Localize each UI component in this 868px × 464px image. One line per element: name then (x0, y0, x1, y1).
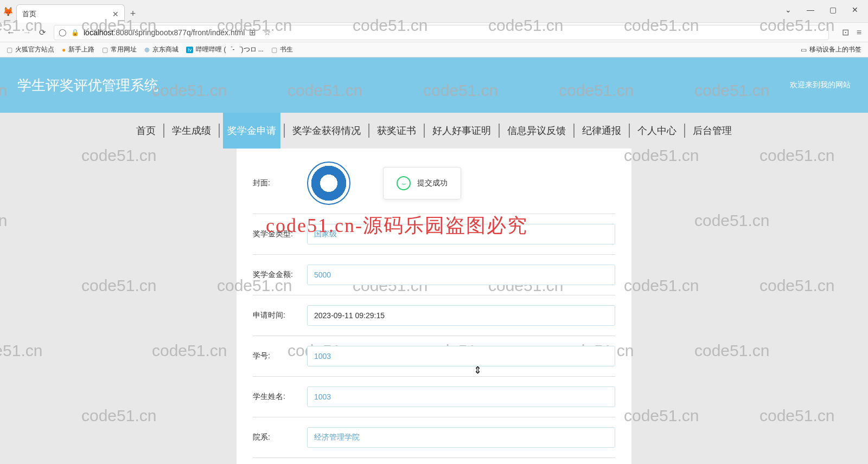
nav-separator (573, 124, 575, 138)
shield-icon: ◯ (59, 28, 67, 36)
address-row: ← → ⟳ ◯ 🔒 localhost:8080/springbootx877q… (0, 23, 868, 42)
sid-input[interactable] (307, 346, 615, 366)
mobile-bookmarks[interactable]: ▭移动设备上的书签 (801, 45, 861, 54)
success-toast: ⌣ 提交成功 (383, 167, 461, 199)
back-icon[interactable]: ← (7, 28, 15, 37)
welcome-text: 欢迎来到我的网站 (790, 80, 851, 90)
dropdown-icon[interactable]: ⌄ (785, 5, 792, 14)
nav-separator (684, 124, 685, 138)
browser-tab-bar: 🦊 首页 ✕ + ⌄ — ▢ ✕ (0, 0, 868, 23)
form-panel: 封面: ⌣ 提交成功 奖学金类型: 奖学金金额: 申请时间: 学号: (237, 149, 631, 464)
reload-icon[interactable]: ⟳ (39, 28, 46, 37)
nav-separator (629, 124, 630, 138)
new-tab-button[interactable]: + (125, 4, 141, 23)
text-cursor-icon: ⇕ (474, 364, 482, 376)
type-label: 奖学金类型: (253, 229, 307, 239)
address-bar[interactable]: ◯ 🔒 localhost:8080/springbootx877q/front… (54, 25, 829, 40)
close-icon[interactable]: ✕ (852, 5, 858, 14)
bookmark-star-icon[interactable]: ☆ (264, 28, 271, 37)
nav-separator (368, 124, 369, 138)
bookmark-item[interactable]: ⊕京东商城 (144, 45, 178, 54)
tab-title: 首页 (22, 9, 36, 19)
qr-icon[interactable]: ⊞ (249, 28, 256, 37)
form-row-amount: 奖学金金额: (253, 255, 615, 295)
nav-item[interactable]: 纪律通报 (578, 113, 626, 149)
sname-input[interactable] (307, 386, 615, 407)
cover-image[interactable] (307, 162, 350, 205)
folder-icon: ▢ (102, 46, 108, 54)
form-row-sname: 学生姓名: (253, 377, 615, 417)
nav-item[interactable]: 首页 (132, 113, 160, 149)
firefox-icon: 🦊 (0, 0, 16, 23)
forward-icon[interactable]: → (23, 28, 31, 37)
system-title: 学生评奖评优管理系统 (17, 76, 158, 95)
dept-label: 院系: (253, 433, 307, 442)
nav-item[interactable]: 个人中心 (633, 113, 681, 149)
minimize-icon[interactable]: — (807, 5, 814, 14)
form-row-dept: 院系: (253, 417, 615, 458)
smile-icon: ⌣ (397, 176, 411, 190)
globe-icon: ⊕ (144, 46, 150, 54)
time-label: 申请时间: (253, 311, 307, 320)
cover-label: 封面: (253, 178, 307, 188)
nav-separator (163, 124, 164, 138)
folder-icon: ▢ (271, 46, 277, 54)
nav-separator (499, 124, 500, 138)
form-row-type: 奖学金类型: (253, 214, 615, 255)
close-icon[interactable]: ✕ (112, 10, 119, 18)
form-row-sid: 学号: (253, 336, 615, 377)
form-row-time: 申请时间: (253, 295, 615, 336)
nav-item[interactable]: 信息异议反馈 (503, 113, 570, 149)
sname-label: 学生姓名: (253, 392, 307, 402)
bookmark-item[interactable]: ●新手上路 (62, 45, 94, 54)
url-text: localhost:8080/springbootx877q/front/ind… (84, 28, 245, 37)
window-controls: ⌄ — ▢ ✕ (785, 0, 868, 14)
dept-input[interactable] (307, 427, 615, 448)
sid-label: 学号: (253, 351, 307, 361)
nav-item[interactable]: 奖学金获得情况 (288, 113, 365, 149)
amount-input[interactable] (307, 265, 615, 285)
nav-item[interactable]: 好人好事证明 (428, 113, 495, 149)
amount-label: 奖学金金额: (253, 270, 307, 280)
bookmark-item[interactable]: ▢火狐官方站点 (7, 45, 54, 54)
mobile-icon: ▭ (801, 46, 807, 54)
bookmark-item[interactable]: tv哔哩哔哩 (゜-゜)つロ ... (186, 45, 264, 54)
nav-item[interactable]: 后台管理 (688, 113, 736, 149)
time-input[interactable] (307, 305, 615, 326)
nav-item[interactable]: 学生成绩 (168, 113, 215, 149)
firefox-icon: ● (62, 46, 66, 54)
form-row-class: 班级: (253, 458, 615, 464)
nav-separator (284, 124, 285, 138)
type-input[interactable] (307, 224, 615, 244)
folder-icon: ▢ (7, 46, 12, 54)
main-nav: 首页学生成绩奖学金申请奖学金获得情况获奖证书好人好事证明信息异议反馈纪律通报个人… (0, 113, 868, 149)
nav-item[interactable]: 获奖证书 (373, 113, 420, 149)
lock-icon: 🔒 (71, 29, 79, 36)
bilibili-icon: tv (186, 47, 193, 53)
nav-item[interactable]: 奖学金申请 (223, 113, 280, 149)
page-header: 学生评奖评优管理系统 欢迎来到我的网站 (0, 57, 868, 113)
bookmark-bar: ▢火狐官方站点 ●新手上路 ▢常用网址 ⊕京东商城 tv哔哩哔哩 (゜-゜)つロ… (0, 42, 868, 57)
menu-icon[interactable]: ≡ (857, 28, 861, 37)
content-area: 封面: ⌣ 提交成功 奖学金类型: 奖学金金额: 申请时间: 学号: (0, 149, 868, 464)
maximize-icon[interactable]: ▢ (829, 5, 837, 14)
toast-text: 提交成功 (417, 178, 448, 188)
bookmark-item[interactable]: ▢书生 (271, 45, 293, 54)
nav-separator (424, 124, 425, 138)
nav-separator (219, 124, 220, 138)
bookmark-item[interactable]: ▢常用网址 (102, 45, 137, 54)
extensions-icon[interactable]: ⊡ (842, 27, 849, 37)
browser-tab[interactable]: 首页 ✕ (16, 4, 125, 23)
form-row-cover: 封面: ⌣ 提交成功 (253, 156, 615, 214)
